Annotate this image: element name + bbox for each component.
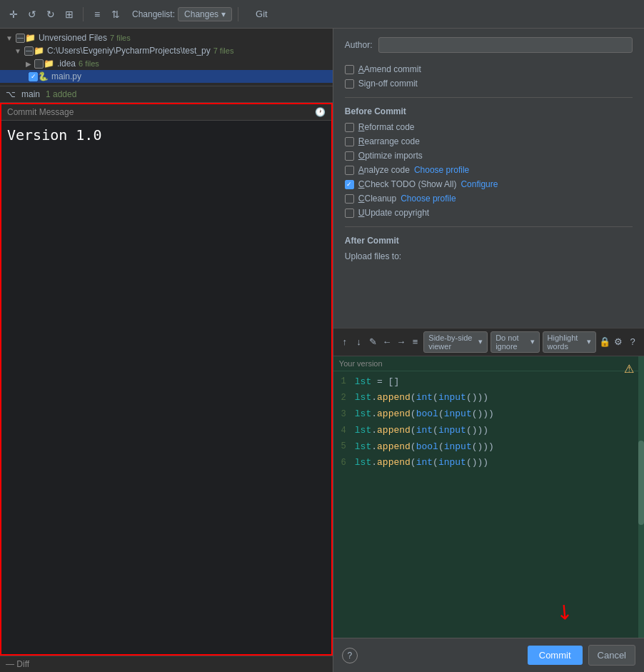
update-copyright-checkbox[interactable]	[345, 209, 354, 218]
forward-icon[interactable]: →	[396, 334, 407, 350]
edit-icon[interactable]: ✎	[367, 334, 378, 350]
line-content-1: lst = []	[355, 375, 399, 390]
commit-message-body[interactable]: Version 1.0	[1, 121, 331, 654]
code-line-2: 2 lst.append(int(input()))	[333, 390, 644, 406]
file-tree: ▼ — 📁 Unversioned Files 7 files ▼ — 📁 C:…	[0, 29, 333, 86]
grid-icon[interactable]: ⊞	[61, 6, 77, 22]
diff-label: — Diff	[0, 656, 333, 672]
warning-icon: ⚠	[624, 362, 634, 376]
cleanup-checkbox[interactable]	[345, 194, 354, 204]
line-content-4: lst.append(int(input()))	[355, 423, 488, 438]
highlight-label: Highlight words	[548, 334, 584, 351]
amend-commit-row[interactable]: AAmend commit	[345, 64, 633, 74]
path-row[interactable]: ▼ — 📁 C:\Users\Evgeniy\PycharmProjects\t…	[0, 44, 333, 57]
commit-button[interactable]: Commit	[528, 646, 583, 665]
cleanup-row[interactable]: CCleanup Choose profile	[345, 194, 633, 204]
back-icon[interactable]: ←	[381, 334, 393, 350]
idea-checkbox[interactable]	[34, 59, 44, 69]
main-py-checkbox[interactable]: ✓	[29, 72, 38, 81]
analyze-code-row[interactable]: Analyze code Choose profile	[345, 165, 633, 175]
divider-1	[345, 97, 633, 98]
ignore-chevron: ▾	[530, 337, 535, 346]
idea-row[interactable]: ▶ 📁 .idea 6 files	[0, 57, 333, 70]
main-py-label: main.py	[51, 71, 81, 81]
help-icon[interactable]: ?	[627, 334, 638, 350]
changelist-chevron: ▾	[221, 9, 226, 19]
git-options: Author: AAmend commit Sign-off commit	[333, 29, 644, 328]
up-arrow-icon[interactable]: ↑	[339, 334, 351, 350]
idea-expand-arrow: ▶	[26, 60, 31, 68]
line-num-6: 6	[333, 456, 355, 470]
code-scrollbar-thumb	[638, 441, 644, 525]
unversioned-checkbox[interactable]: —	[16, 34, 25, 43]
highlight-chevron: ▾	[587, 337, 591, 346]
history-icon[interactable]: 🕐	[315, 107, 326, 117]
amend-commit-checkbox[interactable]	[345, 65, 354, 74]
main-py-row[interactable]: ✓ 🐍 main.py	[0, 70, 333, 83]
reformat-code-row[interactable]: Reformat code	[345, 122, 633, 132]
help-label: ?	[347, 651, 352, 661]
code-line-6: 6 lst.append(int(input()))	[333, 455, 644, 471]
sign-off-row[interactable]: Sign-off commit	[345, 79, 633, 89]
viewer-dropdown[interactable]: Side-by-side viewer ▾	[423, 331, 488, 353]
choose-profile2-link[interactable]: Choose profile	[401, 194, 456, 204]
cancel-button[interactable]: Cancel	[588, 645, 635, 666]
main-layout: ▼ — 📁 Unversioned Files 7 files ▼ — 📁 C:…	[0, 29, 644, 672]
pin-icon[interactable]: ✛	[6, 6, 21, 22]
ignore-dropdown[interactable]: Do not ignore ▾	[490, 331, 539, 353]
code-line-3: 3 lst.append(bool(input()))	[333, 406, 644, 423]
branch-label: main	[21, 89, 40, 99]
lines-icon[interactable]: ≡	[410, 334, 421, 350]
undo-icon[interactable]: ↺	[24, 6, 40, 22]
line-num-2: 2	[333, 391, 355, 405]
commit-message-label: Commit Message	[7, 107, 74, 117]
expand-icon[interactable]: ≡	[89, 6, 105, 22]
gear-icon[interactable]: ⚙	[613, 334, 625, 350]
viewer-label: Side-by-side viewer	[428, 334, 476, 351]
sign-off-checkbox[interactable]	[345, 79, 354, 89]
help-button[interactable]: ?	[342, 648, 358, 663]
rearrange-code-row[interactable]: Rearrange code	[345, 136, 633, 146]
code-line-5: 5 lst.append(bool(input()))	[333, 439, 644, 456]
rearrange-checkbox[interactable]	[345, 137, 354, 146]
author-input[interactable]	[378, 37, 633, 53]
folder-icon: 📁	[25, 33, 36, 43]
lock-icon[interactable]: 🔒	[599, 334, 610, 350]
line-content-5: lst.append(bool(input()))	[355, 440, 494, 455]
upload-files-label: Upload files to:	[345, 251, 401, 261]
amend-commit-label: AAmend commit	[358, 64, 421, 74]
optimize-checkbox[interactable]	[345, 151, 354, 161]
collapse-icon[interactable]: ⇅	[108, 6, 124, 22]
path-checkbox[interactable]: —	[24, 46, 34, 56]
update-copyright-row[interactable]: UUpdate copyright	[345, 208, 633, 218]
unversioned-files-row[interactable]: ▼ — 📁 Unversioned Files 7 files	[0, 31, 333, 44]
check-todo-checkbox[interactable]: ✓	[345, 180, 354, 189]
author-row: Author:	[345, 37, 633, 53]
configure-link[interactable]: Configure	[461, 179, 498, 189]
optimize-imports-row[interactable]: Optimize imports	[345, 151, 633, 161]
highlight-dropdown[interactable]: Highlight words ▾	[543, 331, 596, 353]
reformat-checkbox[interactable]	[345, 123, 354, 132]
cleanup-label: CCleanup	[358, 194, 396, 204]
python-file-icon: 🐍	[38, 71, 49, 81]
added-badge: 1 added	[46, 89, 76, 99]
commit-arrow-annotation: ↘	[550, 597, 578, 626]
before-commit-label: Before Commit	[345, 106, 633, 116]
left-panel: ▼ — 📁 Unversioned Files 7 files ▼ — 📁 C:…	[0, 29, 333, 672]
redo-icon[interactable]: ↻	[43, 6, 59, 22]
git-tab-label: Git	[256, 9, 268, 19]
author-label: Author:	[345, 40, 373, 50]
check-todo-label: CCheck TODO (Show All)	[358, 179, 457, 189]
upload-files-row: Upload files to:	[345, 251, 633, 261]
check-todo-row[interactable]: ✓ CCheck TODO (Show All) Configure	[345, 179, 633, 189]
separator-2	[238, 7, 238, 21]
choose-profile-link[interactable]: Choose profile	[414, 165, 469, 175]
changelist-dropdown[interactable]: Changes ▾	[178, 7, 232, 21]
analyze-checkbox[interactable]	[345, 166, 354, 175]
line-num-1: 1	[333, 375, 355, 388]
code-viewer: Your version ⚠ 1 lst = [] 2 lst.appen	[333, 356, 644, 638]
code-scrollbar[interactable]	[638, 356, 644, 638]
idea-count: 6 files	[79, 59, 99, 68]
down-arrow-icon[interactable]: ↓	[353, 334, 365, 350]
changelist-label: Changelist:	[132, 9, 175, 19]
